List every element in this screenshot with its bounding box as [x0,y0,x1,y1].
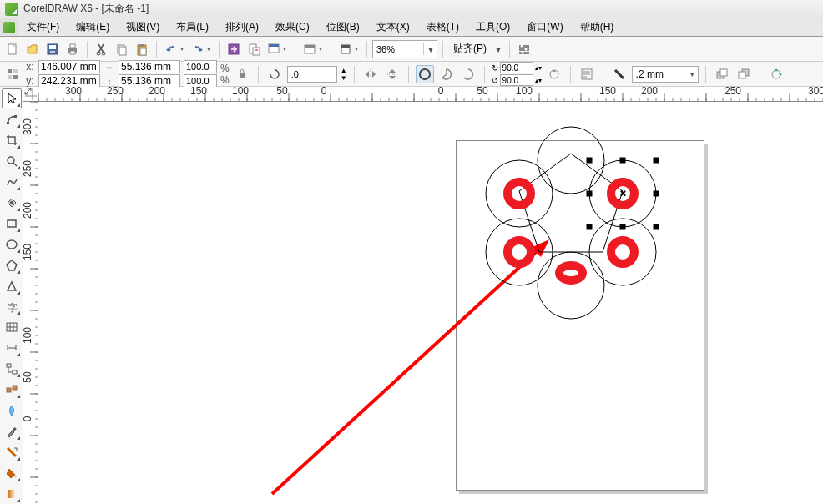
ellipse-mode-button[interactable] [416,65,434,83]
direction-button[interactable] [545,65,563,83]
paste-button[interactable] [133,40,151,58]
export-button[interactable] [245,40,263,58]
outline-tool[interactable] [2,442,22,462]
ruler-vertical[interactable]: 300250200150100500 [23,102,38,504]
freehand-tool[interactable] [2,172,22,192]
svg-text:300: 300 [65,87,82,97]
cut-button[interactable] [93,40,111,58]
svg-rect-285 [620,224,625,229]
lock-ratio-button[interactable] [233,65,251,83]
crop-tool[interactable] [2,130,22,150]
interactive-fill-tool[interactable] [2,484,22,504]
menu-edit[interactable]: 编辑(E) [68,18,118,36]
welcome-button[interactable] [336,40,355,58]
snap-dropdown[interactable]: 贴齐(P)▾ [448,40,504,58]
to-back-button[interactable] [735,65,753,83]
ruler-origin-icon[interactable] [23,87,38,102]
scale-y-input[interactable] [184,74,217,88]
y-position-input[interactable] [38,74,100,88]
menu-layout[interactable]: 布局(L) [168,18,217,36]
svg-rect-32 [13,75,18,79]
zoom-tool[interactable] [2,151,22,171]
mirror-v-button[interactable] [383,65,401,83]
scale-x-input[interactable] [184,60,217,73]
polygon-tool[interactable] [2,255,22,275]
svg-rect-264 [13,386,17,390]
menu-arrange[interactable]: 排列(A) [217,18,267,36]
app-launcher-button[interactable] [300,40,319,58]
rectangle-tool[interactable] [2,214,22,234]
svg-text:150: 150 [599,87,616,97]
fill-tool[interactable] [2,463,22,483]
menu-view[interactable]: 视图(V) [118,18,168,36]
connector-tool[interactable] [2,359,22,379]
copy-button[interactable] [113,40,131,58]
menu-text[interactable]: 文本(X) [368,18,418,36]
units-toggle-button[interactable] [3,65,22,83]
titlebar: CorelDRAW X6 - [未命名 -1] [0,0,823,18]
menu-table[interactable]: 表格(T) [418,18,467,36]
redo-dropdown[interactable]: ▾ [207,45,214,53]
height-input[interactable] [119,74,180,88]
options-button[interactable] [515,40,533,58]
convert-curves-button[interactable] [767,65,785,83]
ellipse-tool[interactable] [2,234,22,255]
mirror-h-button[interactable] [361,65,380,83]
svg-rect-31 [8,75,12,79]
x-position-input[interactable] [38,60,100,73]
property-bar: x: y: ↔ ↕ %% ▲▼ ↻▴▾ ↺▴▾ .2 mm▾ [0,62,823,87]
undo-dropdown[interactable]: ▾ [180,45,187,53]
basic-shapes-tool[interactable] [2,276,22,296]
shape-tool[interactable] [2,109,22,129]
svg-text:200: 200 [641,87,658,97]
text-tool[interactable]: 字 [2,297,22,317]
new-button[interactable] [3,40,22,58]
canvas[interactable]: × [38,102,823,504]
open-button[interactable] [23,40,42,58]
circle-arrangement[interactable]: × [486,127,659,319]
pick-tool[interactable] [2,88,22,108]
to-front-button[interactable] [713,65,731,83]
svg-rect-280 [620,158,625,163]
menu-tools[interactable]: 工具(O) [467,18,518,36]
svg-text:0: 0 [438,87,444,97]
annotation-arrow [272,239,549,494]
arc-end-input[interactable] [500,74,533,86]
svg-rect-29 [8,69,12,73]
table-tool[interactable] [2,317,22,337]
svg-point-36 [420,69,430,79]
arc-end-icon: ↺ [492,76,498,85]
dimension-tool[interactable] [2,338,22,358]
svg-rect-6 [70,51,75,54]
rotation-input[interactable] [287,66,337,83]
menu-window[interactable]: 窗口(W) [518,18,571,36]
outline-width-select[interactable]: .2 mm▾ [632,66,699,83]
redo-button[interactable] [189,40,207,58]
menu-effects[interactable]: 效果(C) [267,18,318,36]
menu-bitmap[interactable]: 位图(B) [318,18,368,36]
pie-mode-button[interactable] [437,65,456,83]
svg-point-26 [521,44,523,47]
arc-start-input[interactable] [500,62,533,73]
print-button[interactable] [63,40,82,58]
menu-file[interactable]: 文件(F) [18,18,68,36]
svg-rect-284 [587,224,592,229]
save-button[interactable] [43,40,62,58]
undo-button[interactable] [162,40,180,58]
svg-rect-266 [8,490,16,498]
eyedropper-tool[interactable] [2,421,22,441]
transparency-tool[interactable] [2,401,22,421]
width-input[interactable] [119,60,180,73]
zoom-input[interactable] [373,44,423,54]
zoom-level-select[interactable]: ▾ [372,40,437,58]
svg-point-273 [486,160,553,227]
import-button[interactable] [225,40,243,58]
wrap-text-button[interactable] [578,65,596,83]
menu-help[interactable]: 帮助(H) [572,18,623,36]
svg-point-27 [525,48,528,50]
publish-button[interactable] [265,40,283,58]
arc-mode-button[interactable] [459,65,477,83]
interactive-tool[interactable] [2,380,22,400]
ruler-horizontal[interactable]: 300250200150100500050100150200250300 [23,87,823,102]
smart-fill-tool[interactable] [2,193,22,213]
